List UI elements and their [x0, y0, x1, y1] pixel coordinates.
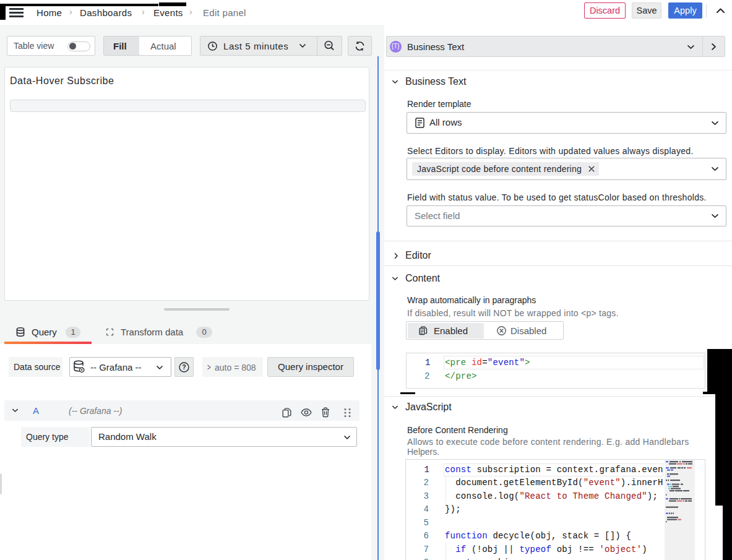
svg-text:?: ?	[182, 363, 186, 371]
